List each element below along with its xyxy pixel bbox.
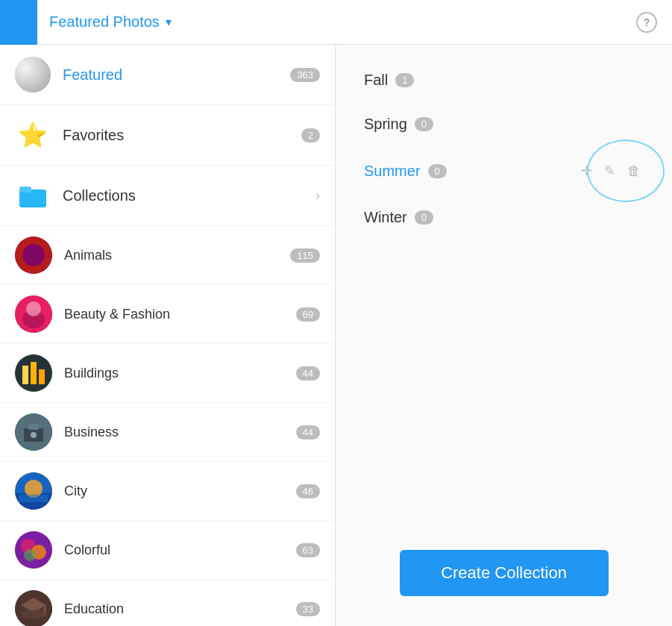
city-avatar: [15, 472, 52, 510]
svg-point-29: [21, 610, 46, 619]
featured-avatar: [15, 57, 51, 93]
collection-item-buildings[interactable]: Buildings 44: [0, 344, 335, 403]
colorful-badge: 63: [296, 543, 320, 557]
business-label: Business: [64, 425, 290, 440]
delete-icon[interactable]: 🗑: [624, 160, 644, 182]
animals-avatar: [15, 237, 52, 274]
beauty-avatar: [15, 295, 52, 333]
colorful-avatar: [15, 531, 52, 569]
featured-badge: 363: [290, 68, 320, 82]
collection-item-animals[interactable]: Animals 115: [0, 226, 335, 285]
header-title-area: Featured Photos ▾: [37, 13, 636, 31]
left-panel: Featured 363 ⭐ Favorites 2 Col: [0, 45, 336, 626]
city-badge: 46: [296, 484, 320, 498]
svg-point-25: [24, 549, 36, 561]
fall-badge: 1: [395, 73, 414, 87]
summer-label: Summer: [364, 163, 421, 180]
spring-badge: 0: [415, 117, 433, 131]
svg-point-0: [15, 57, 51, 93]
nav-item-collections[interactable]: Collections ›: [0, 166, 335, 226]
header-chevron-icon[interactable]: ▾: [166, 15, 172, 29]
svg-rect-13: [39, 369, 45, 384]
education-avatar: [15, 590, 52, 626]
collection-item-business[interactable]: Business 44: [0, 403, 335, 462]
fall-label: Fall: [364, 72, 388, 89]
svg-rect-11: [22, 366, 28, 384]
nav-item-favorites[interactable]: ⭐ Favorites 2: [0, 105, 335, 166]
svg-point-9: [26, 301, 41, 316]
collections-avatar: [15, 178, 51, 213]
city-label: City: [64, 483, 290, 499]
winter-label: Winter: [364, 209, 407, 226]
spring-label: Spring: [364, 116, 407, 133]
svg-rect-4: [19, 187, 31, 193]
svg-rect-12: [31, 362, 37, 384]
buildings-label: Buildings: [64, 366, 290, 381]
svg-point-17: [31, 432, 37, 438]
colorful-label: Colorful: [64, 542, 290, 558]
summer-actions: ✛ ✎ 🗑: [578, 160, 644, 182]
buildings-badge: 44: [296, 366, 320, 381]
season-list: Fall 1 Spring 0 Summer 0 ✛ ✎ 🗑: [358, 60, 650, 550]
svg-point-1: [21, 64, 36, 79]
svg-rect-21: [19, 495, 48, 502]
summer-badge: 0: [428, 164, 447, 178]
main-content: Featured 363 ⭐ Favorites 2 Col: [0, 45, 672, 626]
winter-badge: 0: [415, 210, 433, 225]
collections-label: Collections: [63, 187, 308, 204]
app-container: Featured Photos ▾ ? Featured 363: [0, 0, 672, 626]
svg-point-6: [22, 244, 45, 266]
svg-point-2: [33, 67, 45, 79]
svg-rect-16: [28, 424, 39, 430]
collection-item-education[interactable]: Education 33: [0, 580, 335, 626]
create-collection-button[interactable]: Create Collection: [400, 550, 609, 596]
header-title[interactable]: Featured Photos: [49, 13, 160, 31]
buildings-avatar: [15, 354, 52, 392]
season-item-spring[interactable]: Spring 0: [358, 104, 650, 145]
season-item-winter[interactable]: Winter 0: [358, 197, 650, 238]
beauty-badge: 69: [296, 307, 320, 322]
collections-list: Animals 115 Beauty & Fashion 69: [0, 226, 335, 626]
header-accent: [0, 0, 37, 45]
right-panel: Fall 1 Spring 0 Summer 0 ✛ ✎ 🗑: [336, 45, 672, 626]
move-icon[interactable]: ✛: [578, 160, 595, 182]
edit-icon[interactable]: ✎: [601, 160, 618, 182]
season-item-summer[interactable]: Summer 0 ✛ ✎ 🗑: [358, 148, 650, 194]
animals-label: Animals: [64, 248, 284, 263]
animals-badge: 115: [290, 248, 320, 263]
collection-item-beauty[interactable]: Beauty & Fashion 69: [0, 285, 335, 344]
collection-item-colorful[interactable]: Colorful 63: [0, 521, 335, 580]
help-button[interactable]: ?: [636, 12, 657, 33]
featured-label: Featured: [63, 66, 283, 84]
beauty-label: Beauty & Fashion: [64, 307, 290, 322]
favorites-label: Favorites: [63, 127, 294, 144]
education-badge: 33: [296, 602, 320, 616]
favorites-avatar: ⭐: [15, 117, 51, 153]
nav-item-featured[interactable]: Featured 363: [0, 45, 335, 105]
collections-arrow-icon: ›: [315, 188, 320, 204]
business-badge: 44: [296, 425, 320, 439]
season-item-fall[interactable]: Fall 1: [358, 60, 650, 101]
header: Featured Photos ▾ ?: [0, 0, 672, 45]
collection-item-city[interactable]: City 46: [0, 462, 335, 521]
business-avatar: [15, 413, 52, 451]
education-label: Education: [64, 601, 290, 617]
favorites-badge: 2: [301, 128, 320, 143]
